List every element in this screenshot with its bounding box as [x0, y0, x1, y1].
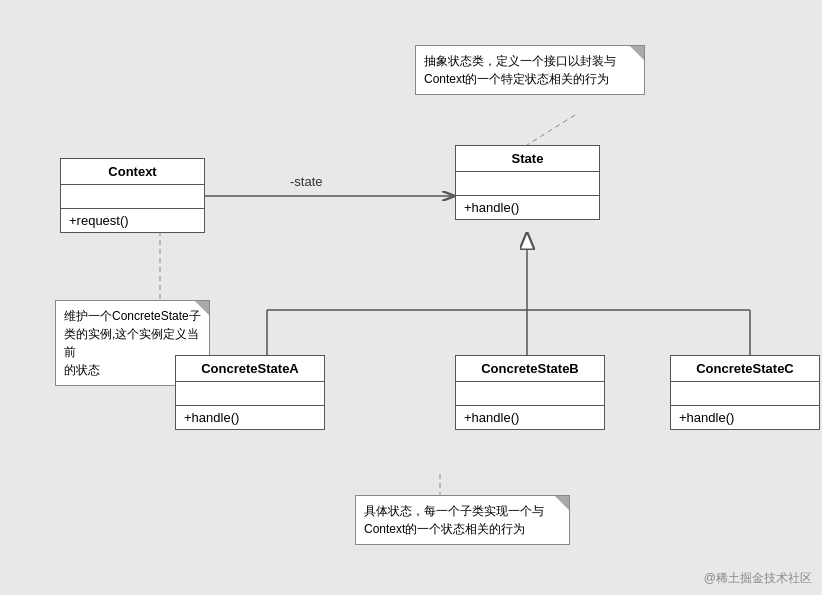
concrete-a-section-handle: +handle(): [176, 406, 324, 429]
annotation-concrete-text: 具体状态，每一个子类实现一个与 Context的一个状态相关的行为: [364, 504, 544, 536]
svg-line-10: [527, 115, 575, 145]
state-class: State +handle(): [455, 145, 600, 220]
state-class-name: State: [456, 146, 599, 172]
concrete-c-name: ConcreteStateC: [671, 356, 819, 382]
concrete-b-section-empty: [456, 382, 604, 406]
state-section-empty: [456, 172, 599, 196]
state-section-handle: +handle(): [456, 196, 599, 219]
concrete-a-name: ConcreteStateA: [176, 356, 324, 382]
annotation-state-text: 抽象状态类，定义一个接口以封装与 Context的一个特定状态相关的行为: [424, 54, 616, 86]
concrete-c-section-empty: [671, 382, 819, 406]
watermark: @稀土掘金技术社区: [704, 570, 812, 587]
annotation-concrete: 具体状态，每一个子类实现一个与 Context的一个状态相关的行为: [355, 495, 570, 545]
context-section-request: +request(): [61, 209, 204, 232]
concrete-c-class: ConcreteStateC +handle(): [670, 355, 820, 430]
concrete-c-section-handle: +handle(): [671, 406, 819, 429]
annotation-state: 抽象状态类，定义一个接口以封装与 Context的一个特定状态相关的行为: [415, 45, 645, 95]
svg-text:-state: -state: [290, 174, 323, 189]
concrete-a-section-empty: [176, 382, 324, 406]
concrete-a-class: ConcreteStateA +handle(): [175, 355, 325, 430]
diagram-container: -state 抽象状态类，定义一个接口以封装与 Context的一个特定状态相关…: [0, 0, 822, 595]
concrete-b-class: ConcreteStateB +handle(): [455, 355, 605, 430]
context-class: Context +request(): [60, 158, 205, 233]
concrete-b-section-handle: +handle(): [456, 406, 604, 429]
context-section-empty: [61, 185, 204, 209]
concrete-b-name: ConcreteStateB: [456, 356, 604, 382]
context-class-name: Context: [61, 159, 204, 185]
